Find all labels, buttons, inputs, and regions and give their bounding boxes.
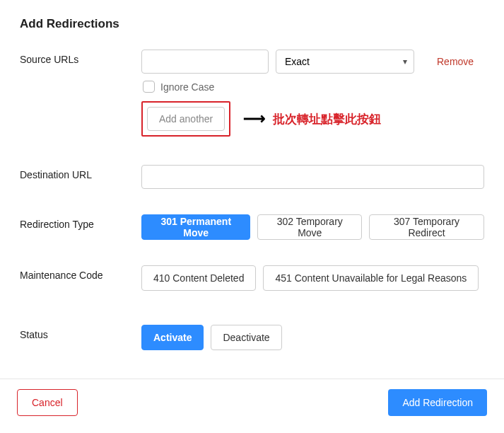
source-url-input[interactable] <box>141 50 269 74</box>
status-deactivate-button[interactable]: Deactivate <box>211 325 281 350</box>
destination-url-label: Destination URL <box>20 165 141 180</box>
destination-url-input[interactable] <box>141 165 484 189</box>
annotation-text: 批次轉址點擊此按鈕 <box>273 111 381 127</box>
annotation-arrow-icon: ⟶ <box>243 110 266 128</box>
maintenance-451-button[interactable]: 451 Content Unavailable for Legal Reason… <box>263 265 479 291</box>
remove-link[interactable]: Remove <box>437 56 474 67</box>
status-activate-button[interactable]: Activate <box>141 325 204 350</box>
status-label: Status <box>20 325 141 340</box>
match-type-select[interactable]: Exact <box>276 50 414 74</box>
page-title: Add Redirections <box>20 17 484 31</box>
ignore-case-checkbox[interactable] <box>143 81 155 93</box>
ignore-case-label: Ignore Case <box>160 81 214 93</box>
redirect-302-button[interactable]: 302 Temporary Move <box>257 214 362 240</box>
redirection-type-label: Redirection Type <box>20 214 141 230</box>
annotation-highlight: Add another <box>141 101 230 137</box>
maintenance-code-label: Maintenance Code <box>20 265 141 281</box>
maintenance-410-button[interactable]: 410 Content Deleted <box>141 265 256 291</box>
redirect-307-button[interactable]: 307 Temporary Redirect <box>369 214 484 240</box>
add-another-button[interactable]: Add another <box>147 107 225 131</box>
redirect-301-button[interactable]: 301 Permanent Move <box>141 214 250 240</box>
source-urls-label: Source URLs <box>20 50 141 65</box>
cancel-button[interactable]: Cancel <box>17 389 78 416</box>
add-redirection-button[interactable]: Add Redirection <box>388 389 487 416</box>
